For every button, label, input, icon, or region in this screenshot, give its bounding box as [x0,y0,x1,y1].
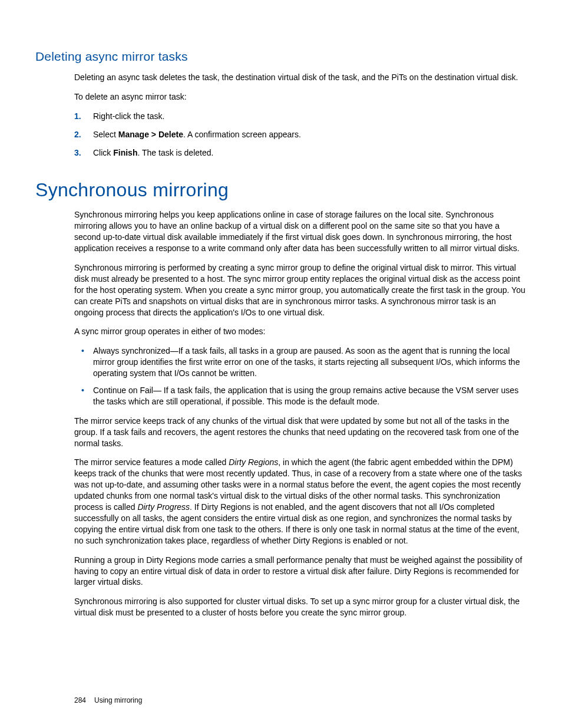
para-text: The mirror service features a mode calle… [74,457,229,467]
section-sync-body: Synchronous mirroring helps you keep app… [74,209,527,618]
para: Synchronous mirroring is performed by cr… [74,262,527,318]
step-item: Right-click the task. [87,111,527,122]
bullet-item: Continue on Fail— If a task fails, the a… [87,385,527,407]
bullet-item: Always synchronized—If a task fails, all… [87,345,527,379]
para: Synchronous mirroring is also supported … [74,596,527,618]
para: A sync mirror group operates in either o… [74,326,527,337]
ordered-steps: Right-click the task. Select Manage > De… [74,111,527,159]
bullet-text: Continue on Fail— If a task fails, the a… [93,386,518,406]
bullet-list: Always synchronized—If a task fails, all… [74,345,527,407]
page-footer: 284Using mirroring [74,696,142,704]
para: Deleting an async task deletes the task,… [74,72,527,83]
step-text: . A confirmation screen appears. [183,130,301,139]
para: To delete an async mirror task: [74,91,527,103]
page-content: Deleting async mirror tasks Deleting an … [0,0,562,618]
bullet-text: Always synchronized—If a task fails, all… [93,346,520,378]
step-text: Select [93,130,118,139]
step-bold: Manage > Delete [118,130,183,139]
section-deleting-body: Deleting an async task deletes the task,… [74,72,527,158]
para: Synchronous mirroring helps you keep app… [74,209,527,254]
step-text: Right-click the task. [93,111,164,121]
para: Running a group in Dirty Regions mode ca… [74,555,527,588]
step-text: Click [93,148,113,157]
step-item: Select Manage > Delete. A confirmation s… [87,129,527,140]
para-italic: Dirty Progress [137,502,190,512]
page-number: 284 [74,696,86,704]
heading-sync-mirroring: Synchronous mirroring [35,179,527,201]
heading-deleting-async: Deleting async mirror tasks [35,50,527,64]
para-italic: Dirty Regions [229,457,278,467]
step-item: Click Finish. The task is deleted. [87,147,527,159]
step-text: . The task is deleted. [137,148,213,157]
step-bold: Finish [113,148,137,157]
para: The mirror service features a mode calle… [74,457,527,546]
chapter-title: Using mirroring [94,696,142,704]
para: The mirror service keeps track of any ch… [74,416,527,449]
